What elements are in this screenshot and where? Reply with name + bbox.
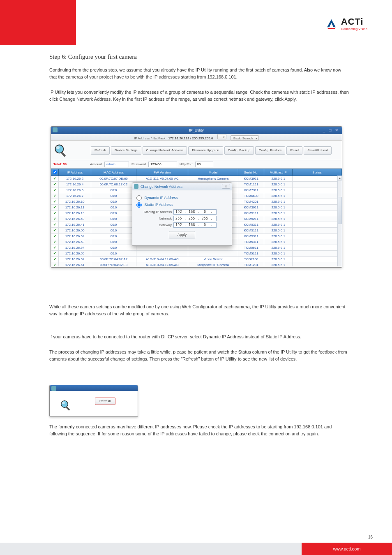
- refresh-screenshot: Refresh: [49, 385, 138, 417]
- cell-ip: 172.16.26.10: [59, 199, 91, 205]
- cell-serial: KCM3911: [238, 176, 264, 182]
- table-row[interactable]: ✔172.16.26.5700:0F:7C:04:87:A7A1D-310-V4…: [51, 257, 342, 262]
- cell-mac: 00:0F:7C:04:32:E3: [91, 262, 136, 267]
- cell-serial: TCM6630: [238, 193, 264, 199]
- account-input[interactable]: [104, 162, 129, 167]
- cell-model: Megapixel IP Camera: [188, 262, 238, 267]
- header-checkbox[interactable]: [51, 169, 59, 176]
- cell-mcast: 228.5.6.1: [264, 251, 293, 257]
- password-input[interactable]: [148, 162, 177, 167]
- apply-button[interactable]: Apply: [169, 231, 195, 238]
- cell-status: [293, 199, 342, 205]
- cell-serial: KCM5311: [238, 222, 264, 228]
- cell-status: [293, 251, 342, 257]
- cell-serial: KCM5311: [238, 234, 264, 239]
- column-header[interactable]: Model: [188, 169, 238, 176]
- column-header[interactable]: Serial No.: [238, 169, 264, 176]
- starting-ip-input[interactable]: [173, 209, 217, 215]
- cell-status: [293, 205, 342, 210]
- httpport-label: Http Port: [180, 162, 193, 166]
- cell-mac: 00:0: [91, 245, 136, 251]
- device-total: Total: 56: [53, 162, 67, 166]
- row-checkbox[interactable]: ✔: [51, 222, 59, 228]
- column-header[interactable]: Multicast IP: [264, 169, 293, 176]
- cell-status: [293, 257, 342, 262]
- cell-ip: 172.16.26.55: [59, 251, 91, 257]
- row-checkbox[interactable]: ✔: [51, 182, 59, 187]
- cell-serial: KCM5111: [238, 228, 264, 234]
- dialog-close-icon[interactable]: ✕: [222, 184, 230, 189]
- change-network-address-button[interactable]: Change Network Address: [143, 146, 187, 155]
- gateway-input[interactable]: [173, 222, 217, 228]
- table-row[interactable]: ✔172.16.26.5500:0TCM5111228.5.6.1: [51, 251, 342, 257]
- table-row[interactable]: ✔172.16.26.6100:0F:7C:04:32:E3A1D-310-V4…: [51, 262, 342, 267]
- cell-mcast: 228.5.6.1: [264, 176, 293, 182]
- cell-serial: KCM5111: [238, 210, 264, 216]
- row-checkbox[interactable]: ✔: [51, 193, 59, 199]
- netmask-input[interactable]: [173, 216, 217, 221]
- doc-paragraph-3: While all these camera settings can be m…: [49, 303, 349, 317]
- app-icon: [53, 127, 58, 132]
- cell-mcast: 228.5.6.1: [264, 199, 293, 205]
- column-header[interactable]: Status: [293, 169, 342, 176]
- config-backup-button[interactable]: Config. Backup: [224, 146, 254, 155]
- cell-status: [293, 234, 342, 239]
- column-header[interactable]: FW Version: [136, 169, 188, 176]
- save-reboot-button[interactable]: Save&Reboot: [304, 146, 331, 155]
- table-row[interactable]: ✔172.16.26.200:0F:7C:07:DE:65A1D-311-V5.…: [51, 176, 342, 182]
- cell-serial: TCM1111: [238, 182, 264, 187]
- cell-mcast: 228.5.6.1: [264, 193, 293, 199]
- cell-mac: 00:0: [91, 239, 136, 245]
- static-ip-radio[interactable]: Static IP Address: [136, 202, 228, 208]
- row-checkbox[interactable]: ✔: [51, 234, 59, 239]
- svg-point-0: [55, 145, 64, 153]
- cell-ip: 172.16.26.11: [59, 205, 91, 210]
- column-header[interactable]: IP Address: [59, 169, 91, 176]
- row-checkbox[interactable]: ✔: [51, 216, 59, 222]
- cell-ip: 172.16.26.61: [59, 262, 91, 267]
- row-checkbox[interactable]: ✔: [51, 176, 59, 182]
- search-mode-dropdown[interactable]: Basic Search: [231, 135, 259, 141]
- cell-mcast: 228.5.6.1: [264, 239, 293, 245]
- row-checkbox[interactable]: ✔: [51, 257, 59, 262]
- httpport-input[interactable]: [195, 162, 213, 167]
- row-checkbox[interactable]: ✔: [51, 228, 59, 234]
- cell-mcast: 228.5.6.1: [264, 245, 293, 251]
- dialog-titlebar: Change Network Address ✕: [132, 183, 232, 190]
- row-checkbox[interactable]: ✔: [51, 239, 59, 245]
- cell-mac: 00:0: [91, 205, 136, 210]
- cell-fw: [136, 251, 188, 257]
- row-checkbox[interactable]: ✔: [51, 245, 59, 251]
- scroll-up-icon[interactable]: ▲: [338, 176, 342, 180]
- device-settings-button[interactable]: Device Settings: [111, 146, 141, 155]
- row-checkbox[interactable]: ✔: [51, 205, 59, 210]
- row-checkbox[interactable]: ✔: [51, 210, 59, 216]
- dialog-title: Change Network Address: [141, 185, 182, 189]
- cell-serial: KCM7311: [238, 187, 264, 193]
- doc-paragraph-5: The process of changing IP addresses may…: [49, 349, 349, 362]
- logo-tagline: Connecting Vision: [341, 27, 367, 31]
- dynamic-ip-radio[interactable]: Dynamic IP Address: [136, 195, 228, 201]
- cell-mac: 00:0F:7C:08:17:C2: [91, 182, 136, 187]
- config-restore-button[interactable]: Config. Restore: [255, 146, 286, 155]
- row-checkbox[interactable]: ✔: [51, 262, 59, 267]
- row-checkbox[interactable]: ✔: [51, 251, 59, 257]
- refresh-button[interactable]: Refresh: [91, 146, 110, 155]
- window-controls[interactable]: _ □ ✕: [323, 127, 339, 134]
- column-header[interactable]: MAC Address: [91, 169, 136, 176]
- ip-netmask-dropdown[interactable]: [217, 134, 226, 139]
- cell-ip: 172.16.26.52: [59, 234, 91, 239]
- firmware-upgrade-button[interactable]: Firmware Upgrade: [188, 146, 223, 155]
- reset-button[interactable]: Reset: [286, 146, 302, 155]
- scrollbar[interactable]: ▲: [337, 176, 342, 266]
- row-checkbox[interactable]: ✔: [51, 199, 59, 205]
- starting-ip-label: Starting IP Address: [136, 210, 172, 214]
- cell-mac: 00:0: [91, 193, 136, 199]
- scroll-thumb[interactable]: [338, 197, 342, 224]
- cell-ip: 172.16.26.50: [59, 228, 91, 234]
- cell-serial: TCM4201: [238, 199, 264, 205]
- refresh-highlighted-button[interactable]: Refresh: [95, 398, 115, 405]
- row-checkbox[interactable]: ✔: [51, 187, 59, 193]
- cell-model: Hemispheric Camera: [188, 176, 238, 182]
- doc-paragraph-4: If your cameras have to be connected to …: [49, 333, 349, 340]
